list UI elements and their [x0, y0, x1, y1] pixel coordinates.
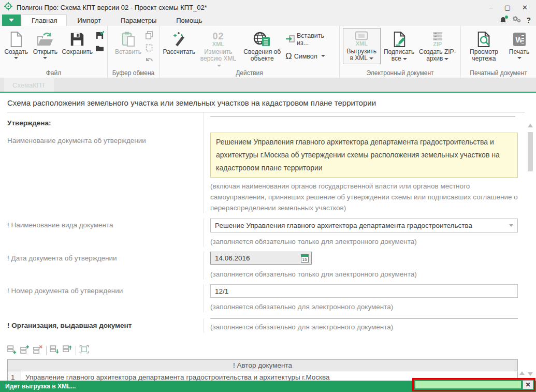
undo-button[interactable] [145, 56, 153, 66]
move-row-down-button[interactable] [50, 345, 60, 356]
tab-glavnaya[interactable]: Главная [22, 14, 67, 26]
copy-button[interactable] [145, 31, 153, 41]
document-tab-strip: СхемаКПТ [0, 78, 536, 93]
calculate-button[interactable]: Рассчитать [163, 28, 196, 55]
insert-arrow-icon [285, 35, 295, 45]
ribbon-group-printdoc: Просмотр чертежа W Печать Печатный докум… [461, 26, 536, 78]
close-button[interactable]: ✕ [522, 4, 528, 11]
open-recent-folder-button[interactable] [95, 45, 104, 54]
approved-label: Утверждена: [7, 117, 204, 130]
doc-name-textarea[interactable]: Решением Управления главного архитектора… [210, 133, 518, 178]
export-xml-icon: XML [355, 30, 368, 48]
chevron-down-icon [14, 57, 18, 59]
create-button[interactable]: Создать [3, 28, 29, 59]
save-floppy-icon [69, 30, 85, 49]
notification-dot [505, 16, 508, 19]
authors-table: ! Автор документа 1 Управление главного … [7, 359, 518, 381]
organization-hint: (заполняется обязательно для электронног… [210, 318, 518, 332]
doc-name-hint: (включая наименования органов государств… [210, 181, 518, 213]
notifications-bell-icon[interactable] [499, 17, 507, 24]
paste-special-button[interactable] [146, 44, 153, 54]
table-scroll-up-button[interactable] [518, 369, 526, 376]
ribbon-group-edoc: XML Выгрузить в XML Подписать все ZIP Со… [340, 26, 461, 78]
create-zip-button[interactable]: ZIP Создать ZIP-архив [418, 28, 457, 62]
chevron-down-icon [369, 57, 373, 60]
omega-icon: Ω [285, 52, 292, 61]
zip-archive-icon: ZIP [431, 30, 444, 49]
insert-row-button[interactable] [20, 345, 30, 356]
maximize-button[interactable]: ▢ [504, 4, 511, 11]
chevron-down-icon [517, 57, 521, 59]
insert-from-button[interactable]: Вставить из... [285, 32, 336, 47]
chevron-down-icon [509, 224, 513, 227]
sign-all-button[interactable]: Подписать все [383, 28, 416, 62]
preview-drawing-button[interactable]: Просмотр чертежа [465, 28, 504, 62]
change-xml-version-button[interactable]: 02 XML Изменить версию XML [198, 28, 239, 69]
clipboard-small-buttons [145, 28, 153, 66]
doc-type-hint: (заполняется обязательно только для элек… [210, 236, 518, 247]
tab-pomosch[interactable]: Помощь [167, 14, 211, 26]
expand-table-button[interactable] [79, 345, 89, 356]
minimize-button[interactable]: – [489, 4, 493, 11]
word-document-icon: W [513, 30, 526, 49]
row-number: 1 [8, 371, 21, 381]
doc-date-hint: (заполняется обязательно только для элек… [210, 269, 518, 280]
doc-date-input[interactable]: 14.06.2016 15 [210, 252, 312, 265]
tab-schema-kpt[interactable]: СхемаКПТ [4, 78, 54, 92]
add-row-button[interactable] [7, 345, 17, 356]
print-button[interactable]: W Печать [506, 28, 533, 59]
scroll-down-button[interactable] [527, 370, 534, 378]
open-folder-icon [36, 30, 54, 49]
ribbon-group-clipboard: Вставить Буфер обмена [108, 26, 160, 78]
toolbar-separator [46, 346, 47, 355]
delete-row-button[interactable] [33, 345, 43, 356]
symbol-button[interactable]: Ω Символ [285, 52, 336, 61]
new-document-icon [9, 30, 23, 49]
main-content: Схема расположения земельного участка ил… [0, 93, 536, 381]
table-toolbar [7, 344, 518, 357]
calendar-picker-button[interactable]: 15 [298, 252, 311, 264]
globe-info-icon [253, 30, 271, 49]
open-button[interactable]: Открыть [31, 28, 59, 59]
chevron-down-icon [444, 58, 448, 60]
tab-parametry[interactable]: Параметры [111, 14, 166, 26]
preview-magnifier-icon [476, 30, 492, 49]
status-message: Идет выгрузка в XML... [5, 383, 76, 390]
doc-type-combobox[interactable]: Решение Управления главного архитектора … [210, 219, 518, 233]
ribbon-group-file: Создать Открыть Сохранить Файл [0, 26, 108, 78]
paste-clipboard-icon [121, 30, 136, 49]
chevron-down-icon [321, 55, 325, 57]
sign-document-icon [392, 30, 407, 49]
scrollbar-thumb[interactable] [528, 132, 533, 171]
ribbon: Создать Открыть Сохранить Файл [0, 26, 536, 78]
doc-number-input[interactable]: 12/1 [210, 284, 518, 298]
save-button[interactable]: Сохранить [61, 28, 93, 55]
authors-table-section: ! Автор документа 1 Управление главного … [7, 344, 518, 381]
scroll-up-button[interactable] [527, 122, 534, 129]
object-info-button[interactable]: Сведения об объекте [241, 28, 283, 62]
chevron-down-icon [9, 19, 14, 22]
doc-number-label: ! Номер документа об утверждении [7, 284, 204, 312]
form: Утверждена: Наименование документа об ут… [7, 112, 518, 332]
export-xml-button[interactable]: XML Выгрузить в XML [343, 28, 381, 64]
tab-import[interactable]: Импорт [68, 14, 110, 26]
chevron-down-icon [43, 57, 47, 59]
app-logo-icon [4, 2, 12, 12]
move-row-up-button[interactable] [63, 345, 73, 356]
group-label-printdoc: Печатный документ [461, 69, 536, 77]
group-label-edoc: Электронный документ [340, 69, 460, 77]
title-bar: Полигон Про: Схема КПТ версии 02 - Проек… [0, 0, 536, 14]
help-icon[interactable]: ? [526, 16, 531, 24]
group-label-file: Файл [0, 69, 107, 77]
page-title: Схема расположения земельного участка ил… [7, 98, 525, 112]
progress-annotation-box: ✕ [412, 378, 535, 391]
form-scrollbar [527, 122, 534, 378]
cancel-export-button[interactable]: ✕ [523, 380, 533, 389]
calendar-icon: 15 [301, 254, 309, 263]
window-title: Полигон Про: Схема КПТ версии 02 - Проек… [17, 4, 207, 11]
settings-gears-icon[interactable] [512, 16, 521, 25]
group-label-clipboard: Буфер обмена [108, 69, 159, 77]
app-menu-button[interactable] [2, 14, 21, 26]
save-as-button[interactable] [95, 31, 104, 42]
paste-button[interactable]: Вставить [114, 28, 143, 55]
